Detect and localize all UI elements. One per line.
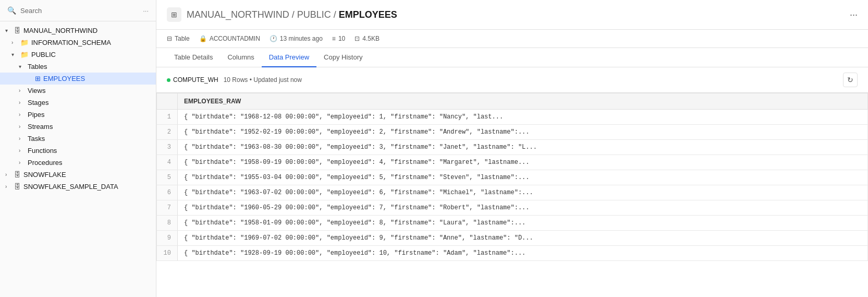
sidebar-item-snowflake[interactable]: › 🗄 SNOWFLAKE [0, 169, 156, 181]
warehouse-label: COMPUTE_WH [173, 76, 218, 84]
row-value: { "birthdate": "1963-08-30 00:00:00", "e… [178, 140, 868, 155]
chevron-icon: › [19, 100, 25, 105]
column-header-employees-raw: EMPLOYEES_RAW [178, 93, 868, 110]
tab-copy-history[interactable]: Copy History [316, 48, 370, 67]
folder-label: Procedures [28, 159, 62, 167]
schema-icon: 📁 [20, 51, 29, 58]
chevron-icon: ▾ [5, 28, 11, 33]
chevron-icon: › [19, 124, 25, 129]
tab-columns[interactable]: Columns [220, 48, 261, 67]
breadcrumb: MANUAL_NORTHWIND / PUBLIC / EMPLOYEES [187, 9, 397, 20]
sidebar-item-tasks[interactable]: › Tasks [0, 133, 156, 145]
folder-label: Streams [28, 123, 53, 130]
database-icon: 🗄 [14, 183, 21, 191]
schema-label: PUBLIC [31, 51, 56, 58]
table-row: 4{ "birthdate": "1958-09-19 00:00:00", "… [157, 155, 868, 170]
row-number: 6 [157, 185, 178, 200]
tab-data-preview[interactable]: Data Preview [262, 48, 316, 67]
chevron-icon: › [11, 40, 18, 45]
row-number: 2 [157, 125, 178, 140]
chevron-icon: ▾ [19, 64, 25, 69]
meta-rows: ≡ 10 [332, 35, 345, 42]
table-row: 7{ "birthdate": "1960-05-29 00:00:00", "… [157, 200, 868, 216]
table-row: 9{ "birthdate": "1969-07-02 00:00:00", "… [157, 231, 868, 246]
row-value: { "birthdate": "1955-03-04 00:00:00", "e… [178, 170, 868, 185]
row-value: { "birthdate": "1958-09-19 00:00:00", "e… [178, 155, 868, 170]
chevron-icon: ▾ [11, 52, 18, 57]
row-number: 5 [157, 170, 178, 185]
sidebar-item-information-schema[interactable]: › 📁 INFORMATION_SCHEMA [0, 37, 156, 49]
row-value: { "birthdate": "1960-05-29 00:00:00", "e… [178, 200, 868, 216]
sidebar-item-procedures[interactable]: › Procedures [0, 157, 156, 169]
meta-updated: 🕐 13 minutes ago [270, 35, 323, 42]
chevron-icon: › [19, 88, 25, 93]
breadcrumb-sep2: / [334, 9, 339, 20]
breadcrumb-sep1: / [292, 9, 297, 20]
meta-owner: 🔒 ACCOUNTADMIN [199, 35, 260, 42]
chevron-icon: › [5, 172, 11, 177]
sidebar-item-employees[interactable]: ⊞ EMPLOYEES [0, 73, 156, 85]
table-header-icon: ⊞ [167, 7, 181, 22]
breadcrumb-schema: PUBLIC [297, 9, 331, 20]
clock-icon: 🕐 [270, 35, 277, 42]
sidebar-item-snowflake-sample-data[interactable]: › 🗄 SNOWFLAKE_SAMPLE_DATA [0, 181, 156, 193]
refresh-button[interactable]: ↻ [843, 73, 858, 87]
row-value: { "birthdate": "1958-01-09 00:00:00", "e… [178, 216, 868, 231]
owner-icon: 🔒 [199, 35, 207, 42]
sidebar-item-tables[interactable]: ▾ Tables [0, 61, 156, 73]
db-label: SNOWFLAKE [23, 171, 66, 179]
sidebar-item-stages[interactable]: › Stages [0, 97, 156, 109]
data-table: EMPLOYEES_RAW 1{ "birthdate": "1968-12-0… [156, 93, 868, 297]
row-value: { "birthdate": "1968-12-08 00:00:00", "e… [178, 110, 868, 125]
compute-badge: COMPUTE_WH [167, 76, 218, 84]
header-more-button[interactable]: ··· [850, 9, 858, 20]
row-value: { "birthdate": "1963-07-02 00:00:00", "e… [178, 185, 868, 200]
folder-label: Functions [28, 147, 57, 155]
meta-type: ⊟ Table [167, 35, 190, 42]
table-icon: ⊞ [35, 75, 41, 82]
chevron-icon: › [19, 148, 25, 153]
sidebar-item-manual-northwind[interactable]: ▾ 🗄 MANUAL_NORTHWIND [0, 25, 156, 37]
row-number: 8 [157, 216, 178, 231]
sidebar-item-functions[interactable]: › Functions [0, 145, 156, 157]
db-label: MANUAL_NORTHWIND [23, 27, 97, 34]
schema-label: INFORMATION_SCHEMA [31, 39, 111, 46]
sidebar-item-streams[interactable]: › Streams [0, 121, 156, 133]
search-bar[interactable]: 🔍 Search ··· [0, 0, 156, 21]
employees-table: EMPLOYEES_RAW 1{ "birthdate": "1968-12-0… [156, 93, 868, 261]
search-icon: 🔍 [7, 6, 16, 15]
sidebar-item-public[interactable]: ▾ 📁 PUBLIC [0, 49, 156, 61]
folder-label: Pipes [28, 111, 45, 118]
chevron-icon: › [5, 184, 11, 189]
database-icon: 🗄 [14, 171, 21, 179]
sidebar: 🔍 Search ··· ▾ 🗄 MANUAL_NORTHWIND › 📁 IN… [0, 0, 156, 297]
table-row: 8{ "birthdate": "1958-01-09 00:00:00", "… [157, 216, 868, 231]
meta-size-label: 4.5KB [362, 35, 380, 42]
sidebar-item-views[interactable]: › Views [0, 85, 156, 97]
database-icon: 🗄 [14, 27, 21, 34]
table-label: EMPLOYEES [43, 75, 85, 82]
active-dot [167, 78, 170, 82]
size-icon: ⊡ [354, 35, 360, 42]
row-value: { "birthdate": "1928-09-19 00:00:00", "e… [178, 246, 868, 261]
breadcrumb-table: EMPLOYEES [339, 9, 397, 20]
row-number: 10 [157, 246, 178, 261]
sidebar-item-pipes[interactable]: › Pipes [0, 109, 156, 121]
meta-owner-label: ACCOUNTADMIN [210, 35, 260, 42]
preview-bar: COMPUTE_WH 10 Rows • Updated just now ↻ [156, 67, 868, 93]
row-number: 7 [157, 200, 178, 216]
more-options-icon[interactable]: ··· [143, 7, 149, 15]
table-meta-icon: ⊟ [167, 35, 172, 42]
sidebar-tree: ▾ 🗄 MANUAL_NORTHWIND › 📁 INFORMATION_SCH… [0, 21, 156, 297]
folder-label: Stages [28, 99, 48, 106]
meta-bar: ⊟ Table 🔒 ACCOUNTADMIN 🕐 13 minutes ago … [156, 30, 868, 48]
page-header: ⊞ MANUAL_NORTHWIND / PUBLIC / EMPLOYEES … [156, 0, 868, 30]
table-row: 3{ "birthdate": "1963-08-30 00:00:00", "… [157, 140, 868, 155]
tab-bar: Table Details Columns Data Preview Copy … [156, 48, 868, 67]
meta-type-label: Table [175, 35, 190, 42]
folder-label: Tasks [28, 135, 45, 142]
tab-table-details[interactable]: Table Details [167, 48, 220, 67]
row-number: 1 [157, 110, 178, 125]
table-row: 1{ "birthdate": "1968-12-08 00:00:00", "… [157, 110, 868, 125]
row-number: 4 [157, 155, 178, 170]
